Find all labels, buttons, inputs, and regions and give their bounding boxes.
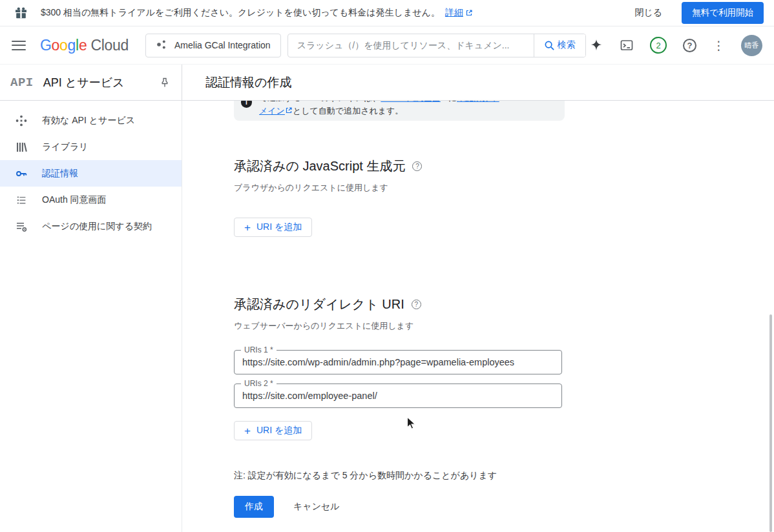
uri-field-2-input[interactable]: [235, 384, 561, 407]
trial-message: $300 相当の無料トライアルをご利用ください。クレジットを使い切っても料金は発…: [41, 7, 440, 19]
sidebar-item-oauth-consent[interactable]: OAuth 同意画面: [0, 187, 182, 213]
pin-icon[interactable]: [160, 77, 170, 88]
google-cloud-logo[interactable]: Google Cloud: [40, 37, 129, 54]
product-header: API API とサービス: [0, 65, 182, 100]
approved-domains-link-wrap[interactable]: メイン: [259, 106, 285, 116]
trial-details-link[interactable]: 詳細: [445, 7, 473, 19]
library-icon: [15, 141, 28, 154]
avatar[interactable]: 晴香: [741, 35, 762, 56]
product-name[interactable]: API とサービス: [43, 75, 125, 90]
project-selector[interactable]: Amelia GCal Integration: [145, 34, 281, 57]
oauth-consent-icon: [15, 194, 28, 207]
menu-icon[interactable]: [12, 41, 26, 50]
external-link-icon: [286, 107, 292, 114]
sidebar-item-label: ライブラリ: [42, 141, 89, 153]
project-icon: [156, 39, 167, 52]
js-origins-help-icon[interactable]: [412, 161, 422, 171]
google-cloud-console: $300 相当の無料トライアルをご利用ください。クレジットを使い切っても料金は発…: [0, 0, 774, 532]
search-button[interactable]: 検索: [534, 34, 585, 57]
enabled-apis-icon: [15, 114, 28, 127]
gift-icon: [14, 6, 28, 20]
trial-banner-right: 閉じる 無料で利用開始: [635, 2, 764, 24]
sidebar: 有効な API とサービス ライブラリ 認証情報 OAuth 同意画面 ページの…: [0, 101, 182, 532]
redirect-uris-subtitle: ウェブサーバーからのリクエストに使用します: [234, 320, 413, 332]
cloud-logo-word: Cloud: [90, 37, 129, 54]
api-product-logo: API: [10, 76, 34, 90]
sidebar-item-label: 有効な API とサービス: [42, 115, 135, 127]
js-origins-subtitle: ブラウザからのリクエストに使用します: [234, 182, 388, 194]
external-link-icon: [466, 10, 472, 16]
cloud-shell-icon[interactable]: [620, 38, 634, 52]
cancel-button[interactable]: キャンセル: [293, 501, 340, 513]
plus-icon: [244, 425, 251, 436]
add-redirect-uri-button[interactable]: URI を追加: [234, 421, 312, 440]
create-button[interactable]: 作成: [234, 496, 274, 518]
sidebar-item-label: 認証情報: [42, 168, 78, 179]
top-icons: 2 晴香: [589, 35, 762, 56]
sidebar-item-enabled-apis[interactable]: 有効な API とサービス: [0, 107, 182, 134]
key-icon: [15, 167, 28, 180]
app-bar: Google Cloud Amelia GCal Integration 検索 …: [0, 26, 774, 65]
form-actions: 作成 キャンセル: [234, 496, 340, 518]
notifications-badge[interactable]: 2: [650, 37, 667, 54]
start-free-button[interactable]: 無料で利用開始: [682, 2, 764, 24]
close-trial-button[interactable]: 閉じる: [635, 7, 663, 19]
sidebar-item-label: ページの使用に関する契約: [42, 221, 152, 232]
info-icon: [241, 101, 252, 108]
search-box: 検索: [288, 34, 586, 57]
domain-notice-banner: て追加する URI のドメインは、OAuth 同意画面に承認済みド メインとして…: [234, 101, 565, 121]
uri-field-1-input[interactable]: [235, 351, 561, 374]
uri-field-1-label: URIs 1 *: [241, 345, 277, 354]
oauth-consent-link[interactable]: OAuth 同意画面: [381, 101, 440, 103]
search-input[interactable]: [288, 34, 534, 57]
project-name: Amelia GCal Integration: [174, 40, 271, 50]
agreements-icon: [15, 220, 28, 233]
approved-domains-link[interactable]: 承認済みド: [457, 101, 499, 103]
add-js-origin-uri-button[interactable]: URI を追加: [234, 218, 312, 237]
gemini-sparkle-icon[interactable]: [589, 38, 603, 52]
more-options-icon[interactable]: [713, 39, 725, 52]
uri-field-2-label: URIs 2 *: [241, 379, 277, 388]
propagation-note: 注: 設定が有効になるまで 5 分から数時間かかることがあります: [234, 470, 497, 482]
scrollbar[interactable]: [769, 314, 772, 532]
google-logo-word: Google: [40, 37, 87, 54]
sidebar-item-credentials[interactable]: 認証情報: [0, 160, 182, 187]
js-origins-title: 承認済みの JavaScript 生成元: [234, 158, 422, 175]
page-title: 認証情報の作成: [182, 65, 774, 100]
redirect-uris-help-icon[interactable]: [412, 300, 421, 309]
trial-banner-left: $300 相当の無料トライアルをご利用ください。クレジットを使い切っても料金は発…: [10, 6, 473, 20]
notice-text: て追加する URI のドメインは、OAuth 同意画面に承認済みド メインとして…: [259, 101, 557, 118]
help-icon[interactable]: [683, 39, 696, 52]
redirect-uris-title: 承認済みのリダイレクト URI: [234, 296, 421, 313]
uri-field-2: URIs 2 *: [234, 384, 562, 408]
sidebar-item-page-usage-agreements[interactable]: ページの使用に関する契約: [0, 213, 182, 240]
sidebar-item-library[interactable]: ライブラリ: [0, 134, 182, 160]
uri-field-1: URIs 1 *: [234, 350, 562, 374]
trial-banner: $300 相当の無料トライアルをご利用ください。クレジットを使い切っても料金は発…: [0, 0, 774, 26]
sub-header: API API とサービス 認証情報の作成: [0, 65, 774, 101]
main-content: て追加する URI のドメインは、OAuth 同意画面に承認済みド メインとして…: [182, 101, 774, 532]
sidebar-item-label: OAuth 同意画面: [42, 194, 107, 206]
search-icon: [544, 40, 555, 51]
plus-icon: [244, 222, 251, 233]
